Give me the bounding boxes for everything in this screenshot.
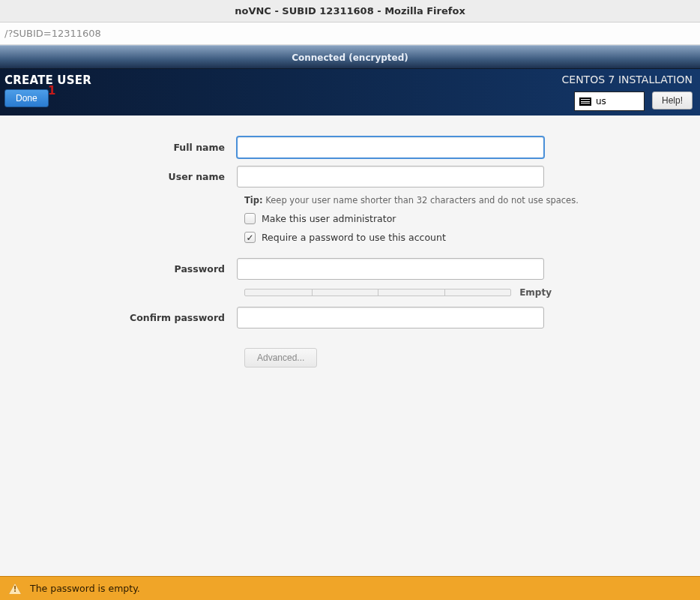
username-input[interactable] xyxy=(237,166,544,188)
fullname-row: Full name xyxy=(0,136,700,158)
admin-checkbox-row: Make this user administrator xyxy=(244,213,700,224)
done-annotation: 1 xyxy=(48,84,55,98)
keyboard-layout-label: us xyxy=(596,96,606,106)
tip-prefix: Tip: xyxy=(244,195,263,206)
advanced-button[interactable]: Advanced... xyxy=(244,348,317,368)
installer-title: CENTOS 7 INSTALLATION xyxy=(562,74,693,86)
vnc-status-bar: Connected (encrypted) xyxy=(0,45,700,69)
confirm-password-row: Confirm password xyxy=(0,307,700,328)
password-strength-row: Empty xyxy=(244,287,552,298)
fullname-label: Full name xyxy=(0,142,237,153)
help-button[interactable]: Help! xyxy=(652,92,693,110)
keyboard-icon xyxy=(579,98,591,106)
admin-checkbox-label: Make this user administrator xyxy=(262,213,396,224)
require-password-label: Require a password to use this account xyxy=(262,232,446,243)
password-strength-bar xyxy=(244,289,511,296)
password-strength-label: Empty xyxy=(517,287,552,298)
window-title-bar: noVNC - SUBID 12311608 - Mozilla Firefox xyxy=(0,0,700,22)
window-title: noVNC - SUBID 12311608 - Mozilla Firefox xyxy=(235,5,465,16)
username-tip: Tip: Keep your user name shorter than 32… xyxy=(244,195,700,206)
username-label: User name xyxy=(0,171,237,182)
warning-icon xyxy=(9,584,21,594)
warning-bar: The password is empty. xyxy=(0,576,700,600)
main-content: Full name User name Tip: Keep your user … xyxy=(0,116,700,576)
password-label: Password xyxy=(0,263,237,274)
fullname-input[interactable] xyxy=(237,136,544,158)
require-password-checkbox[interactable] xyxy=(244,232,256,243)
anaconda-header: CREATE USER CENTOS 7 INSTALLATION Done 1… xyxy=(0,69,700,116)
username-row: User name xyxy=(0,166,700,188)
vnc-status-text: Connected (encrypted) xyxy=(292,52,408,63)
require-password-row: Require a password to use this account xyxy=(244,232,700,243)
url-bar[interactable]: /?SUBID=12311608 xyxy=(0,22,700,45)
password-input[interactable] xyxy=(237,258,544,280)
warning-message: The password is empty. xyxy=(30,583,140,594)
done-button[interactable]: Done xyxy=(4,89,49,107)
admin-checkbox[interactable] xyxy=(244,213,256,224)
tip-text: Keep your user name shorter than 32 char… xyxy=(263,195,579,206)
confirm-password-input[interactable] xyxy=(237,307,544,328)
keyboard-layout-selector[interactable]: us xyxy=(574,92,645,111)
url-text: /?SUBID=12311608 xyxy=(4,28,101,39)
password-row: Password xyxy=(0,258,700,280)
confirm-password-label: Confirm password xyxy=(0,312,237,323)
